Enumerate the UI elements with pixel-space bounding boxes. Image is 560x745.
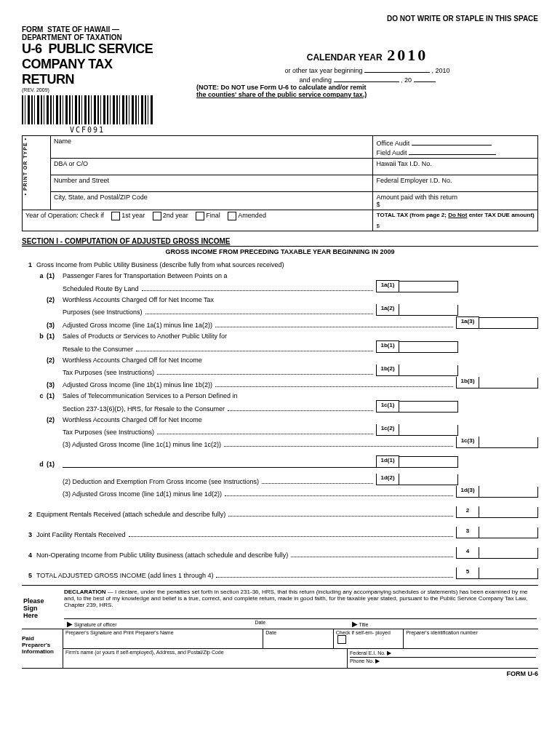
checkbox-1st-year[interactable] — [111, 212, 120, 220]
end-year-field[interactable] — [414, 74, 436, 82]
line-1-num: 1 — [22, 261, 36, 268]
box-1b2: 1b(2) — [376, 364, 399, 376]
form-word: FORM — [22, 25, 43, 33]
prep-checkif-label: Check if self-em- ployed — [336, 630, 391, 635]
field-audit-field[interactable] — [409, 147, 496, 155]
val-1c1[interactable] — [399, 401, 458, 413]
line-b1a: Sales of Products or Services to Another… — [63, 332, 227, 340]
line-a1a: Passenger Fares for Transportation Betwe… — [63, 272, 228, 279]
checkbox-self-employed[interactable] — [337, 635, 346, 644]
revision: (REV. 2009) — [22, 87, 167, 92]
end-date-field[interactable] — [334, 74, 399, 82]
barcode-text: VCF091 — [22, 126, 153, 134]
line-c2a: Worthless Accounts Charged Off for Net I… — [63, 416, 202, 423]
line-d3: (3) Adjusted Gross Income (line 1d(1) mi… — [63, 490, 222, 498]
box-1a2: 1a(2) — [376, 304, 399, 316]
year-op-label: Year of Operation: Check if — [25, 212, 104, 219]
begin-date-field[interactable] — [364, 65, 430, 73]
val-1c2[interactable] — [399, 425, 458, 436]
total-tax-dollar[interactable]: $ — [376, 223, 535, 229]
val-4[interactable] — [479, 548, 538, 559]
line-a3: Adjusted Gross Income (line 1a(1) minus … — [63, 322, 212, 329]
name-field[interactable]: Name — [51, 136, 373, 159]
barcode — [22, 95, 153, 124]
box-1a1: 1a(1) — [376, 280, 399, 292]
cb3-label: Final — [206, 212, 220, 219]
line-c: c — [36, 392, 47, 399]
calendar-year: 2010 — [387, 46, 428, 64]
box-2: 2 — [456, 506, 479, 518]
street-field[interactable]: Number and Street — [51, 175, 373, 192]
line-d1-blank[interactable] — [63, 458, 376, 468]
line-d: d — [36, 461, 47, 468]
line-b3-num: (3) — [47, 381, 63, 389]
section-1-header: SECTION I - COMPUTATION OF ADJUSTED GROS… — [22, 237, 538, 247]
line-b2-num: (2) — [47, 356, 63, 364]
val-1a3[interactable] — [479, 317, 538, 329]
cb4-label: Amended — [238, 212, 266, 219]
sig-officer-label: Signature of officer — [74, 622, 117, 627]
line-5: TOTAL ADJUSTED GROSS INCOME (add lines 1… — [36, 572, 213, 579]
and-ending: and ending — [299, 76, 332, 84]
box-1c1: 1c(1) — [376, 400, 399, 413]
form-header: FORM STATE OF HAWAII — DEPARTMENT OF TAX… — [22, 25, 538, 134]
line-c1a: Sales of Telecommunication Services to a… — [63, 392, 237, 399]
cb2-label: 2nd year — [163, 212, 188, 219]
line-c2-num: (2) — [47, 416, 63, 423]
fed-ein-field[interactable]: Federal Employer I.D. No. — [373, 175, 538, 192]
box-1d2: 1d(2) — [376, 474, 399, 485]
line-b2b: Tax Purposes (see Instructions) — [63, 369, 154, 376]
val-1c3[interactable] — [479, 437, 538, 448]
checkbox-final[interactable] — [196, 212, 204, 220]
val-1d2[interactable] — [399, 474, 458, 485]
declaration-block: Please Sign Here DECLARATION — I declare… — [22, 585, 538, 629]
dba-field[interactable]: DBA or C/O — [51, 159, 373, 175]
val-1a1[interactable] — [399, 281, 458, 292]
checkbox-amended[interactable] — [228, 212, 236, 220]
section-1-sub: GROSS INCOME FROM PRECEDING TAXABLE YEAR… — [22, 248, 538, 255]
box-1d1: 1d(1) — [376, 455, 399, 468]
line-5-num: 5 — [22, 572, 36, 579]
line-a: a — [36, 272, 47, 279]
total-tax-donot: Do Not — [448, 212, 467, 218]
line-2-num: 2 — [22, 511, 36, 518]
box-3: 3 — [456, 527, 479, 538]
line-d1-num: (1) — [47, 461, 63, 468]
note-line-1: (NOTE: Do NOT use Form U-6 to calculate … — [196, 84, 538, 91]
val-1d3[interactable] — [479, 487, 538, 498]
here-label: Here — [23, 612, 64, 619]
val-3[interactable] — [479, 527, 538, 538]
prep-firm-label: Firm's name (or yours if self-employed),… — [63, 649, 347, 668]
val-1d1[interactable] — [399, 456, 458, 468]
line-b: b — [36, 332, 47, 340]
line-a2b: Purposes (see Instructions) — [63, 308, 143, 316]
line-a1-num: (1) — [47, 272, 63, 279]
total-tax-label-1: TOTAL TAX (from page 2; — [377, 212, 449, 218]
val-1b3[interactable] — [479, 378, 538, 389]
line-b1-num: (1) — [47, 332, 63, 340]
val-1b2[interactable] — [399, 365, 458, 376]
city-field[interactable]: City, State, and Postal/ZIP Code — [51, 192, 373, 210]
val-1b1[interactable] — [399, 341, 458, 353]
sign-label: Sign — [23, 605, 64, 612]
line-b2a: Worthless Accounts Charged Off for Net I… — [63, 356, 202, 364]
amount-paid-field[interactable]: Amount paid with this return$ — [373, 192, 538, 210]
declaration-head: DECLARATION — [64, 589, 106, 595]
box-1b3: 1b(3) — [456, 377, 479, 389]
line-a3-num: (3) — [47, 322, 63, 329]
other-year-begin: or other tax year beginning — [284, 67, 362, 74]
val-1a2[interactable] — [399, 305, 458, 316]
checkbox-2nd-year[interactable] — [153, 212, 161, 220]
hi-tax-id-field[interactable]: Hawaii Tax I.D. No. — [373, 159, 538, 175]
declaration-body: — I declare, under the penalties set for… — [64, 589, 528, 608]
line-d2: (2) Deduction and Exemption From Gross I… — [63, 478, 259, 485]
office-audit-field[interactable] — [412, 138, 492, 146]
line-a2a: Worthless Accounts Charged Off for Net I… — [63, 296, 214, 303]
line-3-num: 3 — [22, 531, 36, 538]
val-2[interactable] — [479, 507, 538, 518]
prep-sig-label: Preparer's Signature and Print Preparer'… — [63, 629, 263, 648]
identification-box: • PRINT OR TYPE • Name Office Audit Fiel… — [22, 135, 538, 231]
calendar-year-label: CALENDAR YEAR — [307, 52, 383, 63]
prep-pid-label: Preparer's identification number — [403, 629, 538, 648]
val-5[interactable] — [479, 568, 538, 579]
